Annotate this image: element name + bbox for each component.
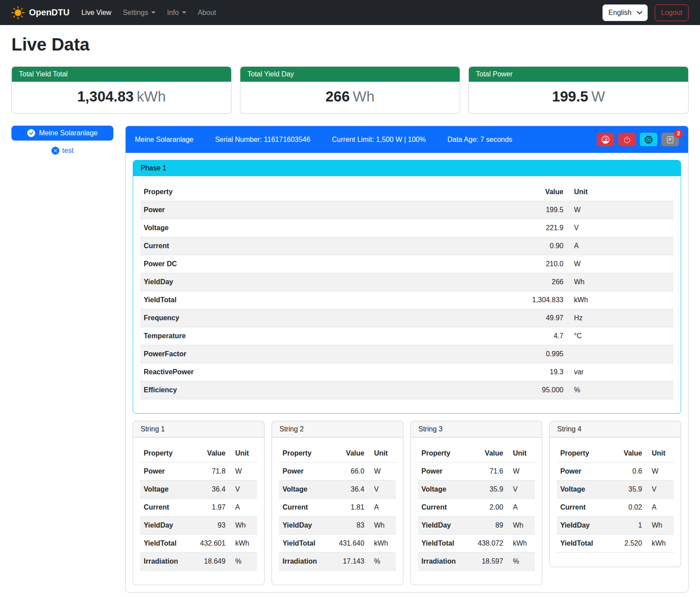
row-property: YieldTotal [279, 535, 333, 553]
row-property: Current [418, 499, 472, 517]
string-card-title: String 1 [133, 421, 264, 438]
table-row: Current 2.00 A [418, 499, 535, 517]
row-property: Voltage [557, 481, 610, 499]
table-row: Voltage 36.4 V [140, 481, 257, 499]
row-value: 2.00 [472, 499, 507, 517]
string-card: String 1 Property Value Unit Power 71.8 … [133, 421, 265, 585]
row-property: Irradiation [279, 553, 333, 571]
col-property: Property [140, 183, 482, 201]
summary-cards-row: Total Yield Total 1,304.83kWh Total Yiel… [11, 66, 689, 114]
row-property: YieldTotal [418, 535, 472, 553]
logout-button[interactable]: Logout [655, 4, 689, 21]
row-unit: W [507, 463, 535, 481]
chevron-down-icon [151, 11, 156, 14]
row-value: 66.0 [333, 463, 368, 481]
inverter-sidebar: Meine Solaranlage test [11, 126, 113, 155]
row-value: 1,304.833 [482, 291, 567, 309]
page-content: Live Data Total Yield Total 1,304.83kWh … [0, 25, 700, 597]
string-card-title: String 2 [272, 421, 403, 438]
top-navbar: OpenDTU Live View Settings Info About En… [0, 0, 700, 25]
table-row: Power 66.0 W [279, 463, 396, 481]
table-row: Irradiation 18.649 % [140, 553, 257, 571]
col-value: Value [194, 445, 229, 463]
row-unit: W [567, 255, 674, 273]
col-property: Property [140, 445, 194, 463]
string-table: Property Value Unit Power 71.6 W Voltage… [418, 445, 535, 571]
table-row: Current 0.90 A [140, 237, 674, 255]
row-property: Current [557, 499, 610, 517]
row-value: 4.7 [482, 327, 567, 345]
row-unit: A [646, 499, 674, 517]
row-value: 18.649 [194, 553, 229, 571]
nav-live-view[interactable]: Live View [76, 5, 117, 20]
string-table: Property Value Unit Power 66.0 W Voltage… [279, 445, 396, 571]
row-property: Temperature [140, 327, 482, 345]
row-property: Power DC [140, 255, 482, 273]
table-row: YieldDay 83 Wh [279, 517, 396, 535]
journal-text-icon [667, 136, 674, 143]
row-unit: W [567, 201, 674, 219]
summary-value: 266 [326, 88, 350, 105]
table-row: YieldDay 1 Wh [557, 517, 674, 535]
sidebar-item-label: test [62, 147, 74, 155]
row-value: 1.97 [194, 499, 229, 517]
inverter-serial: Serial Number: 116171603546 [215, 136, 310, 144]
col-property: Property [418, 445, 472, 463]
row-unit: kWh [646, 535, 674, 553]
string-card-body: Property Value Unit Power 71.6 W Voltage… [411, 438, 542, 585]
power-button[interactable] [618, 133, 636, 146]
row-property: Efficiency [140, 381, 482, 399]
check-circle-icon [27, 129, 35, 137]
limit-settings-button[interactable] [597, 133, 614, 146]
col-unit: Unit [646, 445, 674, 463]
phase-card: Phase 1 Property Value Unit Power [133, 160, 681, 414]
row-property: Power [279, 463, 333, 481]
row-value: 431.640 [333, 535, 368, 553]
nav-info[interactable]: Info [161, 5, 192, 20]
string-card-body: Property Value Unit Power 0.6 W Voltage … [550, 438, 681, 567]
row-unit: kWh [368, 535, 396, 553]
col-property: Property [279, 445, 333, 463]
summary-card-body: 266Wh [240, 82, 460, 113]
main-row: Meine Solaranlage test Meine Solaranlage… [11, 126, 689, 593]
string-table-body: Power 66.0 W Voltage 36.4 V Current 1.81… [279, 463, 396, 571]
col-unit: Unit [507, 445, 535, 463]
row-value: 210.0 [482, 255, 567, 273]
table-row: Power 199.5 W [140, 201, 674, 219]
row-unit: var [567, 363, 674, 381]
brand[interactable]: OpenDTU [11, 6, 69, 19]
row-value: 71.8 [194, 463, 229, 481]
table-header-row: Property Value Unit [140, 445, 257, 463]
row-property: PowerFactor [140, 345, 482, 363]
summary-card: Total Yield Total 1,304.83kWh [11, 66, 232, 114]
sidebar-item-selected-inverter[interactable]: Meine Solaranlage [11, 126, 113, 141]
cpu-icon [645, 136, 653, 144]
event-count-badge: 2 [674, 129, 683, 138]
language-select[interactable]: English [602, 4, 648, 21]
row-property: Current [140, 237, 482, 255]
row-unit: A [229, 499, 257, 517]
row-unit: W [368, 463, 396, 481]
string-card: String 4 Property Value Unit Power 0.6 W… [549, 421, 681, 567]
row-unit: W [229, 463, 257, 481]
row-value: 93 [194, 517, 229, 535]
row-unit: kWh [567, 291, 674, 309]
row-property: Power [557, 463, 610, 481]
row-property: Frequency [140, 309, 482, 327]
row-property: YieldDay [140, 273, 482, 291]
sidebar-item-other-inverter[interactable]: test [11, 147, 113, 155]
table-row: YieldDay 93 Wh [140, 517, 257, 535]
event-log-button[interactable]: 2 [661, 133, 679, 146]
inverter-panel-body: Phase 1 Property Value Unit Power [126, 153, 688, 592]
device-info-button[interactable] [640, 133, 657, 146]
nav-links: Live View Settings Info About [76, 5, 222, 20]
nav-about[interactable]: About [192, 5, 222, 20]
summary-card-title: Total Yield Total [12, 67, 231, 82]
row-unit: Wh [646, 517, 674, 535]
row-value: 95.000 [482, 381, 567, 399]
nav-settings[interactable]: Settings [117, 5, 161, 20]
row-property: Power [140, 201, 482, 219]
col-property: Property [557, 445, 610, 463]
row-value: 0.90 [482, 237, 567, 255]
row-unit: A [567, 237, 674, 255]
